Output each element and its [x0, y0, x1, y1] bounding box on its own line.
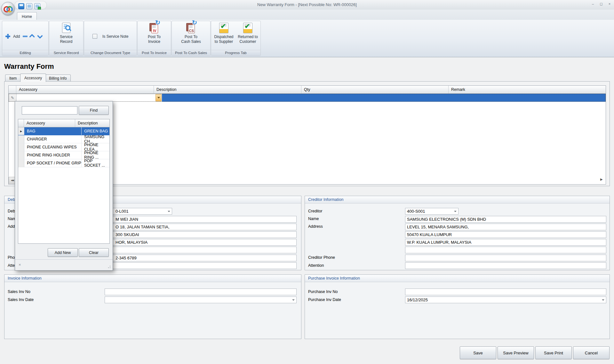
row-edit-pencil-icon: ✎	[9, 94, 17, 102]
grid-edit-row: ✎	[9, 94, 606, 102]
resize-grip-icon[interactable]	[110, 267, 110, 268]
grid-column-qty[interactable]: Qty	[301, 86, 449, 93]
group-label-progress-tab: Progress Tab	[211, 50, 260, 56]
lookup-row[interactable]: CHARGER SAMSUNG CH...	[18, 135, 109, 143]
lookup-search-input[interactable]	[22, 106, 77, 115]
tab-accessory[interactable]: Accessory	[20, 74, 46, 82]
dispatched-label-2: to Supplier	[215, 39, 233, 44]
lookup-status-bar: ×	[15, 259, 113, 270]
lookup-indicator-header	[18, 119, 24, 127]
post-to-cash-sales-button[interactable]: CS↻ Post To Cash Sales	[172, 22, 210, 44]
debtor-phone-field[interactable]: 2-345 6789	[105, 255, 297, 261]
minimize-button[interactable]: –	[590, 2, 595, 6]
service-record-button[interactable]: Service Record	[49, 22, 83, 44]
group-label-editing: Editing	[2, 50, 48, 56]
title-bar: New Warranty Form - [Next Possible No: W…	[0, 0, 614, 10]
grid-scroll-right-icon[interactable]: ▶	[600, 178, 603, 181]
returned-label-1: Returned to	[238, 35, 258, 39]
invoice-section-header: Invoice Information	[4, 275, 301, 282]
post-to-invoice-label-1: Post To	[148, 35, 161, 39]
save-preview-button[interactable]: Save Preview	[498, 346, 534, 359]
lookup-grid: Accessory Description ▶ BAG GREEN BAG CH…	[18, 119, 110, 244]
creditor-address1-field[interactable]: LEVEL 15, MENARA SAMSUNG,	[405, 224, 606, 230]
lookup-row-selected[interactable]: ▶ BAG GREEN BAG	[18, 127, 109, 135]
debtor-name-field[interactable]: M WEI JIAN	[105, 216, 297, 223]
grid-column-accessory[interactable]: Accessory	[16, 86, 154, 93]
creditor-address2-field[interactable]: 50470 KUALA LUMPUR	[405, 231, 606, 238]
lookup-column-description[interactable]: Description	[75, 119, 109, 127]
creditor-name-field[interactable]: SAMSUNG ELECTRONICS (M) SDN BHD	[405, 216, 606, 223]
ribbon-group-change-document-type: Is Service Note Change Document Type	[84, 21, 137, 56]
window-controls: – ◻ ×	[590, 2, 612, 6]
cancel-button[interactable]: Cancel	[573, 346, 610, 359]
ribbon-group-post-to-invoice: IV↻ Post To Invoice Post To Invoice	[137, 21, 171, 56]
lookup-column-accessory[interactable]: Accessory	[24, 119, 75, 127]
selected-row-region[interactable]	[162, 94, 606, 102]
service-record-label-1: Service	[60, 35, 73, 39]
grid-column-remark[interactable]: Remark	[449, 86, 597, 93]
lookup-row[interactable]: PHONE RING HOLDER PHONE RING ...	[18, 151, 109, 159]
dispatched-to-supplier-icon: ✔	[219, 23, 228, 33]
sales-inv-date-combobox[interactable]	[105, 297, 297, 303]
save-print-button[interactable]: Save Print	[535, 346, 572, 359]
creditor-phone-field[interactable]	[405, 255, 606, 261]
app-logo-icon[interactable]	[1, 2, 15, 15]
remove-icon[interactable]	[23, 36, 28, 37]
combo-arrow-icon	[602, 299, 604, 301]
post-to-invoice-icon: IV↻	[149, 23, 160, 33]
ribbon-group-editing: Add Editing	[2, 21, 49, 56]
is-service-note-label: Is Service Note	[102, 34, 128, 39]
move-up-icon[interactable]	[29, 34, 35, 40]
tab-billing-info[interactable]: Billing Info	[45, 75, 71, 82]
grid-column-description[interactable]: Description	[154, 86, 301, 93]
find-button[interactable]: Find	[79, 106, 109, 115]
accessory-dropdown-button[interactable]	[155, 94, 162, 101]
debtor-address2-field[interactable]: 300 SKUDAI	[105, 231, 297, 238]
tab-home[interactable]: Home	[17, 12, 37, 20]
ribbon-group-post-to-cash-sales: CS↻ Post To Cash Sales Post To Cash Sale…	[171, 21, 211, 56]
lookup-row[interactable]: PHONE CLEANING WIPES PHONE CLEA...	[18, 143, 109, 151]
returned-label-2: Customer	[239, 39, 256, 44]
group-label-change-document-type: Change Document Type	[84, 50, 137, 56]
dispatched-to-supplier-button[interactable]: ✔ Dispatched to Supplier	[212, 22, 235, 44]
selected-row-arrow-icon: ▶	[18, 127, 24, 135]
debtor-code-combobox[interactable]: 0-L001	[105, 208, 172, 215]
close-button[interactable]: ×	[607, 2, 612, 6]
group-label-post-to-invoice: Post To Invoice	[138, 50, 171, 56]
debtor-address4-field[interactable]	[105, 247, 297, 253]
returned-to-customer-button[interactable]: ✔ Returned to Customer	[236, 22, 259, 44]
ribbon-tab-row	[0, 10, 614, 20]
maximize-button[interactable]: ◻	[599, 2, 604, 6]
add-button-label[interactable]: Add	[13, 34, 20, 39]
sales-inv-date-label: Sales Inv Date	[8, 297, 34, 302]
post-to-invoice-button[interactable]: IV↻ Post To Invoice	[138, 22, 171, 44]
creditor-attention-field[interactable]	[405, 262, 606, 269]
move-down-icon[interactable]	[37, 33, 43, 39]
creditor-name-label: Name	[308, 217, 319, 221]
popup-close-icon[interactable]: ×	[19, 262, 21, 267]
debtor-attention-field[interactable]	[105, 262, 297, 269]
accessory-cell-editor[interactable]	[17, 94, 162, 102]
add-icon[interactable]	[5, 34, 10, 39]
creditor-address3-field[interactable]: W.P. KUALA LUMPUR, MALAYSIA	[405, 239, 606, 246]
purchase-inv-date-combobox[interactable]: 16/12/2025	[405, 297, 606, 303]
debtor-address1-field[interactable]: O 18, JALAN TAMAN SETIA,	[105, 224, 297, 230]
add-new-button[interactable]: Add New	[48, 248, 78, 257]
service-record-label-2: Record	[60, 39, 73, 44]
creditor-information-section: Creditor Information Creditor Name Addre…	[305, 196, 610, 270]
is-service-note-checkbox[interactable]	[92, 34, 97, 39]
creditor-address4-field[interactable]	[405, 247, 606, 253]
grid-header-row: Accessory Description Qty Remark	[9, 86, 606, 94]
creditor-code-combobox[interactable]: 400-S001	[405, 208, 459, 215]
group-label-post-to-cash-sales: Post To Cash Sales	[172, 50, 210, 56]
lookup-row[interactable]: POP SOCKET / PHONE GRIP POP SOCKET ...	[18, 159, 109, 167]
tab-item[interactable]: Item	[5, 75, 21, 82]
dropdown-arrow-icon	[157, 97, 160, 99]
purchase-inv-no-field[interactable]	[405, 289, 606, 295]
service-record-icon	[62, 23, 70, 33]
save-button[interactable]: Save	[460, 346, 496, 359]
debtor-address3-field[interactable]: HOR, MALAYSIA	[105, 239, 297, 246]
group-label-service-record: Service Record	[49, 50, 83, 56]
clear-button[interactable]: Clear	[79, 248, 109, 257]
sales-inv-no-field[interactable]	[105, 289, 297, 295]
